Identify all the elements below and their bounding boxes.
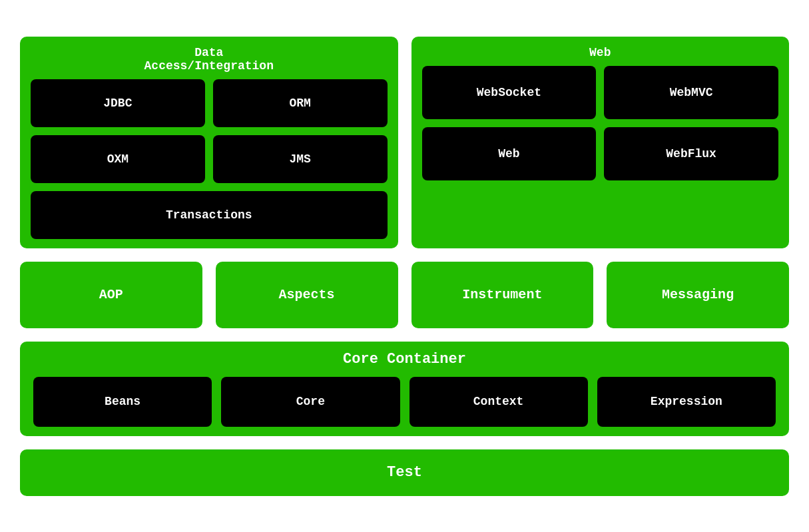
beans-box: Beans — [33, 377, 212, 427]
webflux-box: WebFlux — [604, 127, 778, 180]
messaging-box: Messaging — [607, 262, 789, 328]
web-title: Web — [422, 46, 779, 59]
row1: Data Access/Integration JDBC ORM OXM JMS… — [20, 37, 789, 248]
core-container-grid: Beans Core Context Expression — [33, 377, 776, 427]
web-box-inner: Web — [422, 127, 597, 180]
core-container-section: Core Container Beans Core Context Expres… — [20, 342, 789, 436]
row2: AOP Aspects Instrument Messaging — [20, 262, 789, 328]
data-access-title: Data Access/Integration — [31, 46, 388, 73]
core-box: Core — [221, 377, 400, 427]
data-access-grid: JDBC ORM OXM JMS Transactions — [31, 79, 388, 239]
core-container-title: Core Container — [33, 351, 776, 368]
test-section: Test — [20, 449, 789, 496]
diagram-container: Data Access/Integration JDBC ORM OXM JMS… — [0, 23, 809, 509]
jdbc-box: JDBC — [31, 79, 205, 127]
core-container-box: Core Container Beans Core Context Expres… — [20, 342, 789, 436]
test-title: Test — [387, 464, 422, 481]
data-access-box: Data Access/Integration JDBC ORM OXM JMS… — [20, 37, 398, 248]
webmvc-box: WebMVC — [604, 66, 778, 119]
context-box: Context — [409, 377, 588, 427]
transactions-box: Transactions — [31, 191, 388, 239]
websocket-box: WebSocket — [422, 66, 597, 119]
aop-box: AOP — [20, 262, 202, 328]
oxm-box: OXM — [31, 135, 205, 183]
instrument-box: Instrument — [411, 262, 594, 328]
aspects-box: Aspects — [216, 262, 398, 328]
orm-box: ORM — [213, 79, 388, 127]
expression-box: Expression — [597, 377, 776, 427]
jms-box: JMS — [213, 135, 388, 183]
web-grid: WebSocket WebMVC Web WebFlux — [422, 66, 779, 180]
web-section-box: Web WebSocket WebMVC Web WebFlux — [411, 37, 790, 248]
